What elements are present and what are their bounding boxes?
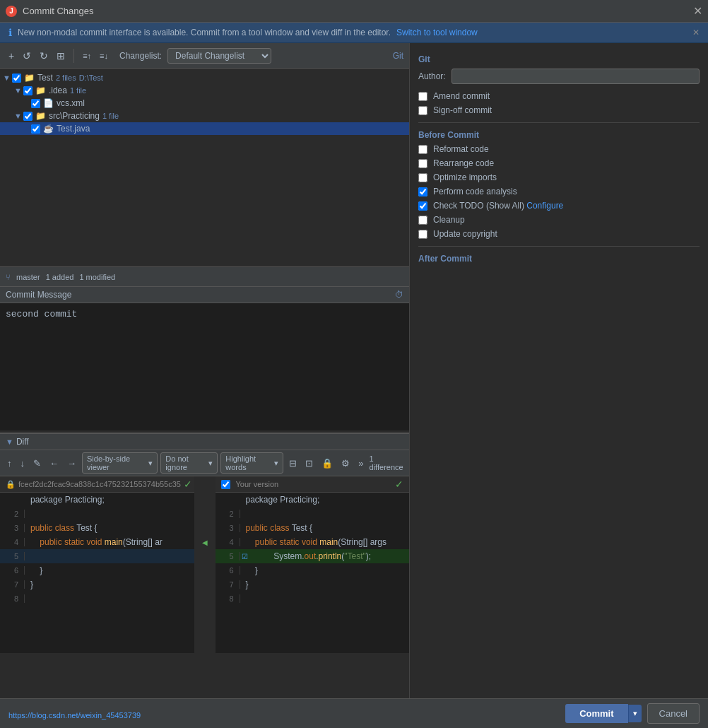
sign-off-checkbox[interactable]	[418, 106, 427, 115]
analyze-checkbox[interactable]	[418, 187, 427, 196]
todo-label[interactable]: Check TODO (Show All) Configure	[433, 201, 563, 211]
src-checkbox[interactable]	[23, 112, 33, 121]
optimize-label[interactable]: Optimize imports	[433, 172, 497, 182]
modified-count: 1 modified	[79, 273, 115, 281]
vcs-xml-checkbox[interactable]	[31, 99, 40, 108]
tree-root[interactable]: ▼ 📁 Test 2 files D:\Test	[0, 71, 409, 84]
diff-nav-down-button[interactable]: ↓	[18, 457, 28, 470]
more-button[interactable]: »	[355, 457, 366, 470]
differences-count: 1 difference	[370, 454, 405, 471]
analyze-label[interactable]: Perform code analysis	[433, 187, 517, 196]
left-linenum-8: 8	[0, 594, 25, 603]
diff-header: ▼ Diff	[0, 434, 409, 450]
main-container: + ↺ ↻ ⊞ ≡↑ ≡↓ Changelist: Default Change…	[0, 43, 708, 726]
commit-message-input[interactable]: second commit	[0, 303, 409, 430]
commit-button[interactable]: Commit	[565, 704, 627, 723]
reformat-label[interactable]: Reformat code	[433, 144, 489, 154]
diff-section: ▼ Diff ↑ ↓ ✎ ← → Side-by-side viewer ▾ D…	[0, 433, 409, 653]
idea-checkbox[interactable]	[23, 86, 33, 95]
diff-right-filename: Your version	[236, 480, 279, 488]
todo-checkbox[interactable]	[418, 201, 427, 211]
copyright-label[interactable]: Update copyright	[433, 229, 497, 239]
right-code-1: package Practicing;	[240, 495, 326, 505]
viewer-label: Side-by-side viewer	[87, 454, 146, 471]
tree-idea-folder[interactable]: ▼ 📁 .idea 1 file	[0, 84, 409, 97]
configure-link[interactable]: Configure	[526, 201, 563, 211]
diff-left-panel: 🔒 fcecf2dc2fcac9ca838c1c475232155374b55c…	[0, 476, 194, 653]
cleanup-row: Cleanup	[418, 215, 700, 225]
right-linenum-8: 8	[216, 594, 240, 603]
sort-asc-button[interactable]: ≡↑	[80, 50, 94, 61]
amend-commit-checkbox[interactable]	[418, 92, 427, 101]
tree-vcs-xml[interactable]: 📄 vcs.xml	[0, 97, 409, 110]
changelist-select[interactable]: Default Changelist	[167, 48, 271, 64]
grid-button[interactable]: ⊞	[54, 49, 68, 63]
copyright-checkbox[interactable]	[418, 230, 427, 239]
diff-toggle-arrow[interactable]: ▼	[6, 438, 13, 446]
amend-commit-label[interactable]: Amend commit	[433, 91, 490, 101]
diff-right-line-5: 5 ☑ System.out.println("Test");	[216, 549, 410, 563]
switch-to-tool-window-link[interactable]: Switch to tool window	[396, 28, 478, 37]
test-java-checkbox[interactable]	[31, 124, 40, 134]
settings-button[interactable]: ⚙	[338, 457, 353, 470]
add-button[interactable]: +	[6, 49, 17, 63]
diff-nav-up-button[interactable]: ↑	[4, 457, 15, 470]
src-folder-icon: 📁	[35, 111, 46, 121]
right-code-3: public class Test {	[240, 523, 319, 533]
commit-message-label: Commit Message	[6, 290, 71, 300]
lock-button[interactable]: 🔒	[319, 457, 336, 470]
right-version-checkbox[interactable]	[221, 480, 230, 489]
sign-off-label[interactable]: Sign-off commit	[433, 105, 492, 115]
ignore-label: Do not ignore	[165, 454, 206, 471]
clock-icon: ⏱	[395, 290, 403, 300]
git-label: Git	[393, 51, 403, 61]
before-commit-title: Before Commit	[418, 130, 700, 140]
section-divider-2	[418, 246, 700, 247]
cancel-button[interactable]: Cancel	[647, 703, 700, 724]
ignore-dropdown[interactable]: Do not ignore ▾	[160, 452, 218, 474]
collapse-button[interactable]: ⊟	[286, 457, 300, 470]
viewer-dropdown[interactable]: Side-by-side viewer ▾	[82, 452, 158, 474]
left-linenum-2: 2	[0, 510, 25, 518]
commit-dropdown-button[interactable]: ▾	[628, 705, 642, 722]
idea-label: .idea	[49, 86, 67, 95]
right-linenum-6: 6	[216, 566, 240, 575]
tree-test-java[interactable]: ☕ Test.java	[0, 122, 409, 135]
cleanup-label[interactable]: Cleanup	[433, 215, 465, 225]
author-input[interactable]	[452, 69, 700, 84]
cleanup-checkbox[interactable]	[418, 216, 427, 225]
right-linenum-5: 5	[216, 552, 240, 560]
after-commit-title: After Commit	[418, 254, 700, 264]
refresh-button[interactable]: ↻	[37, 49, 51, 63]
diff-left-line-4: 4 public static void main(String[] ar	[0, 535, 194, 549]
columns-button[interactable]: ⊡	[302, 457, 316, 470]
root-path: D:\Test	[79, 74, 103, 82]
highlight-label: Highlight words	[225, 454, 271, 471]
undo-button[interactable]: ↺	[20, 49, 34, 63]
diff-content-area: 🔒 fcecf2dc2fcac9ca838c1c475232155374b55c…	[0, 476, 409, 653]
diff-left-arrow-button[interactable]: ←	[47, 457, 61, 470]
commit-message-header: Commit Message ⏱	[0, 287, 409, 303]
right-code-4: public static void main(String[] args	[240, 537, 393, 547]
right-linenum-2: 2	[216, 510, 240, 518]
diff-left-line-1: package Practicing;	[0, 493, 194, 507]
rearrange-label[interactable]: Rearrange code	[433, 158, 494, 168]
reformat-row: Reformat code	[418, 144, 700, 154]
tree-src-folder[interactable]: ▼ 📁 src\Practicing 1 file	[0, 110, 409, 122]
rearrange-checkbox[interactable]	[418, 159, 427, 168]
section-divider-1	[418, 122, 700, 123]
diff-left-header: 🔒 fcecf2dc2fcac9ca838c1c475232155374b55c…	[0, 476, 194, 493]
banner-close-button[interactable]: ✕	[692, 28, 700, 37]
sort-desc-button[interactable]: ≡↓	[97, 50, 111, 61]
reformat-checkbox[interactable]	[418, 145, 427, 154]
close-window-button[interactable]: ✕	[693, 4, 702, 18]
diff-left-line-2: 2	[0, 507, 194, 521]
root-checkbox[interactable]	[12, 74, 21, 83]
diff-edit-button[interactable]: ✎	[30, 457, 44, 470]
optimize-checkbox[interactable]	[418, 173, 427, 182]
left-code-6: }	[25, 565, 48, 575]
highlight-dropdown[interactable]: Highlight words ▾	[220, 452, 283, 474]
diff-right-arrow-button[interactable]: →	[64, 457, 79, 470]
left-linenum-5: 5	[0, 552, 25, 560]
line-checkbox-icon: ☑	[240, 553, 249, 560]
